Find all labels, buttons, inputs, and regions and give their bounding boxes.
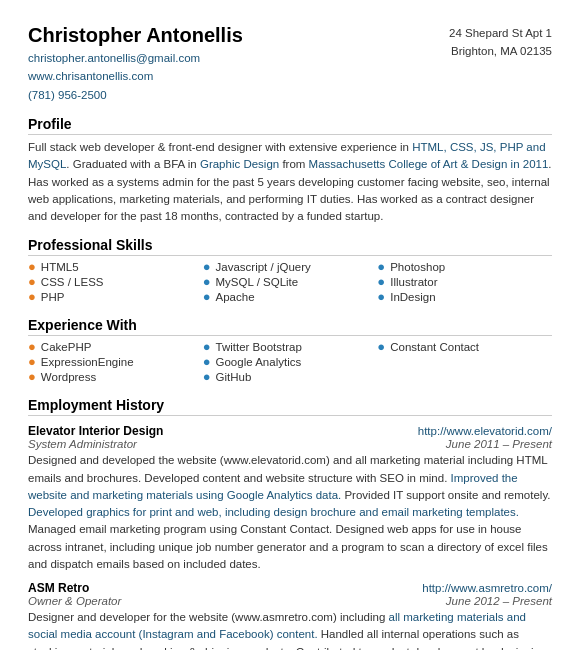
skill-label: MySQL / SQLite (216, 276, 299, 288)
exp-col-3: ● Constant Contact (377, 340, 552, 385)
company-name-2: ASM Retro (28, 581, 89, 595)
employment-section: Employment History Elevator Interior Des… (28, 397, 552, 650)
exp-constantcontact: ● Constant Contact (377, 340, 552, 353)
skill-php: ● PHP (28, 290, 203, 303)
skills-grid: ● HTML5 ● CSS / LESS ● PHP ● Javascript … (28, 260, 552, 305)
skill-label: HTML5 (41, 261, 79, 273)
bullet-icon: ● (28, 275, 36, 288)
resume-header: Christopher Antonellis christopher.anton… (28, 24, 552, 104)
job-desc-2: Designer and developer for the website (… (28, 609, 552, 650)
header-contact: christopher.antonellis@gmail.com www.chr… (28, 49, 243, 104)
profile-title: Profile (28, 116, 552, 135)
skill-label: InDesign (390, 291, 435, 303)
bullet-icon: ● (28, 290, 36, 303)
job-1-header: Elevator Interior Design http://www.elev… (28, 424, 552, 438)
experience-grid: ● CakePHP ● ExpressionEngine ● Wordpress… (28, 340, 552, 385)
exp-cakephp: ● CakePHP (28, 340, 203, 353)
exp-label: Wordpress (41, 371, 96, 383)
job-entry-2: ASM Retro http://www.asmretro.com/ Owner… (28, 581, 552, 650)
phone: (781) 956-2500 (28, 89, 107, 101)
exp-col-2: ● Twitter Bootstrap ● Google Analytics ●… (203, 340, 378, 385)
exp-label: Google Analytics (216, 356, 302, 368)
skill-photoshop: ● Photoshop (377, 260, 552, 273)
experience-title: Experience With (28, 317, 552, 336)
exp-label: GitHub (216, 371, 252, 383)
bullet-icon: ● (203, 355, 211, 368)
skill-label: CSS / LESS (41, 276, 104, 288)
skill-label: PHP (41, 291, 65, 303)
exp-col-1: ● CakePHP ● ExpressionEngine ● Wordpress (28, 340, 203, 385)
skill-label: Javascript / jQuery (216, 261, 311, 273)
skill-label: Illustrator (390, 276, 437, 288)
job-entry-1: Elevator Interior Design http://www.elev… (28, 424, 552, 573)
header-left: Christopher Antonellis christopher.anton… (28, 24, 243, 104)
job-title-2: Owner & Operator (28, 595, 121, 607)
bullet-icon: ● (203, 370, 211, 383)
bullet-icon: ● (203, 275, 211, 288)
profile-section: Profile Full stack web developer & front… (28, 116, 552, 225)
job-desc-1: Designed and developed the website (www.… (28, 452, 552, 573)
skills-col-1: ● HTML5 ● CSS / LESS ● PHP (28, 260, 203, 305)
job-dates-1: June 2011 – Present (446, 438, 552, 450)
skill-css: ● CSS / LESS (28, 275, 203, 288)
bullet-icon: ● (203, 260, 211, 273)
bullet-icon: ● (28, 370, 36, 383)
bullet-icon: ● (377, 260, 385, 273)
bullet-icon: ● (377, 340, 385, 353)
exp-twitter: ● Twitter Bootstrap (203, 340, 378, 353)
exp-label: ExpressionEngine (41, 356, 134, 368)
profile-text: Full stack web developer & front-end des… (28, 139, 552, 225)
skill-js: ● Javascript / jQuery (203, 260, 378, 273)
skills-col-3: ● Photoshop ● Illustrator ● InDesign (377, 260, 552, 305)
exp-label: CakePHP (41, 341, 92, 353)
exp-analytics: ● Google Analytics (203, 355, 378, 368)
company-name-1: Elevator Interior Design (28, 424, 163, 438)
skill-indesign: ● InDesign (377, 290, 552, 303)
bullet-icon: ● (28, 355, 36, 368)
professional-skills-section: Professional Skills ● HTML5 ● CSS / LESS… (28, 237, 552, 305)
exp-label: Constant Contact (390, 341, 479, 353)
experience-section: Experience With ● CakePHP ● ExpressionEn… (28, 317, 552, 385)
bullet-icon: ● (377, 275, 385, 288)
job-2-header: ASM Retro http://www.asmretro.com/ (28, 581, 552, 595)
exp-wordpress: ● Wordpress (28, 370, 203, 383)
exp-github: ● GitHub (203, 370, 378, 383)
skill-mysql: ● MySQL / SQLite (203, 275, 378, 288)
candidate-name: Christopher Antonellis (28, 24, 243, 47)
bullet-icon: ● (28, 260, 36, 273)
bullet-icon: ● (203, 340, 211, 353)
employment-title: Employment History (28, 397, 552, 416)
skill-illustrator: ● Illustrator (377, 275, 552, 288)
bullet-icon: ● (203, 290, 211, 303)
address-line2: Brighton, MA 02135 (451, 45, 552, 57)
exp-label: Twitter Bootstrap (216, 341, 302, 353)
job-1-title-row: System Administrator June 2011 – Present (28, 438, 552, 450)
email: christopher.antonellis@gmail.com (28, 52, 200, 64)
skill-label: Apache (216, 291, 255, 303)
company-url-1: http://www.elevatorid.com/ (418, 425, 552, 437)
bullet-icon: ● (28, 340, 36, 353)
company-url-2: http://www.asmretro.com/ (422, 582, 552, 594)
skills-col-2: ● Javascript / jQuery ● MySQL / SQLite ●… (203, 260, 378, 305)
bullet-icon: ● (377, 290, 385, 303)
professional-skills-title: Professional Skills (28, 237, 552, 256)
job-title-1: System Administrator (28, 438, 137, 450)
website: www.chrisantonellis.com (28, 70, 153, 82)
job-dates-2: June 2012 – Present (446, 595, 552, 607)
exp-expressionengine: ● ExpressionEngine (28, 355, 203, 368)
job-2-title-row: Owner & Operator June 2012 – Present (28, 595, 552, 607)
skill-apache: ● Apache (203, 290, 378, 303)
address-line1: 24 Shepard St Apt 1 (449, 27, 552, 39)
skill-html5: ● HTML5 (28, 260, 203, 273)
skill-label: Photoshop (390, 261, 445, 273)
header-right: 24 Shepard St Apt 1 Brighton, MA 02135 (449, 24, 552, 61)
